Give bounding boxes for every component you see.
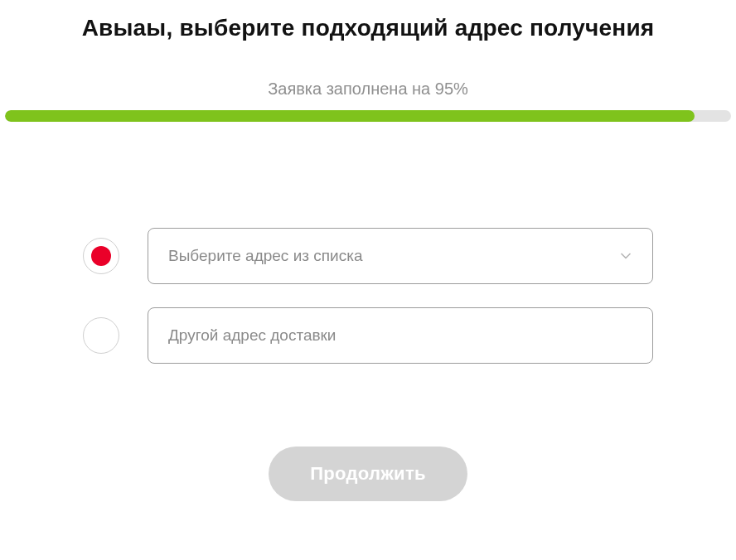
address-options: Выберите адрес из списка Другой адрес до… <box>83 228 653 364</box>
continue-button[interactable]: Продолжить <box>269 447 467 501</box>
radio-select-from-list[interactable] <box>83 238 119 274</box>
radio-dot-icon <box>91 246 111 266</box>
input-placeholder: Другой адрес доставки <box>168 326 337 345</box>
progress-bar <box>5 110 695 122</box>
progress-section: Заявка заполнена на 95% <box>0 80 736 122</box>
radio-other-address[interactable] <box>83 317 119 354</box>
address-select-dropdown[interactable]: Выберите адрес из списка <box>148 228 653 284</box>
option-other-address: Другой адрес доставки <box>83 307 653 364</box>
progress-label: Заявка заполнена на 95% <box>0 80 736 99</box>
option-select-from-list: Выберите адрес из списка <box>83 228 653 284</box>
chevron-down-icon <box>617 248 634 264</box>
progress-track <box>5 110 731 122</box>
other-address-input[interactable]: Другой адрес доставки <box>148 307 653 364</box>
page-title: Авыаы, выберите подходящий адрес получен… <box>0 15 736 41</box>
dropdown-placeholder: Выберите адрес из списка <box>168 247 362 265</box>
